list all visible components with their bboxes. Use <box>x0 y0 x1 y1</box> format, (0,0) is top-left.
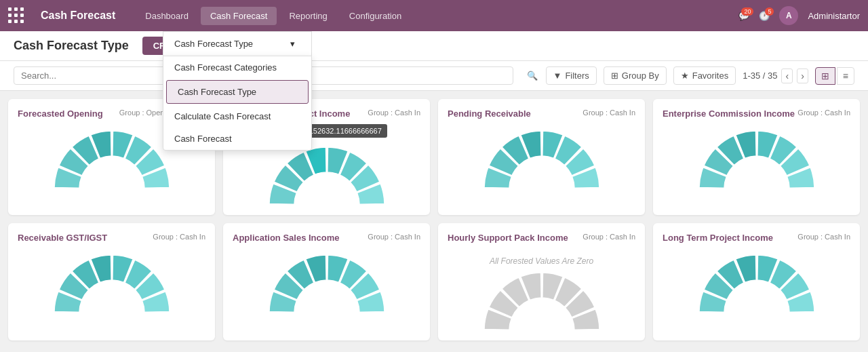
groupby-button[interactable]: ⊞ Group By <box>604 66 667 85</box>
dropdown-wrapper: Cash Forecast Type ▾ Cash Forecast Categ… <box>163 31 312 151</box>
gauge-svg <box>44 124 180 192</box>
gauge-svg <box>689 248 825 316</box>
top-navigation: Cash Forecast Dashboard Cash Forecast Re… <box>0 0 868 31</box>
topnav-right: 💬 20 🕐 5 A Administartor <box>738 6 860 25</box>
dropdown-chevron-icon: ▾ <box>290 39 295 49</box>
card-item[interactable]: Pending Receivable Group : Cash In <box>438 99 645 215</box>
activity-badge: 5 <box>765 7 774 16</box>
gauge-chart <box>18 248 205 316</box>
card-title: Enterprise Commission Income <box>663 109 795 119</box>
view-list-button[interactable]: ≡ <box>837 67 854 85</box>
messages-icon[interactable]: 💬 20 <box>738 11 749 21</box>
card-title: Hourly Support Pack Income <box>448 233 568 243</box>
gauge-chart <box>233 248 420 316</box>
card-title: Long Term Project Income <box>663 233 773 243</box>
nav-menu: Dashboard Cash Forecast Reporting Config… <box>136 7 411 25</box>
card-group: Group : Cash In <box>368 233 420 241</box>
gauge-chart <box>663 248 850 316</box>
toolbar: 🔍 ▼ Filters ⊞ Group By ★ Favorites 1-35 … <box>0 61 868 91</box>
gauge-svg <box>44 248 180 316</box>
search-icon[interactable]: 🔍 <box>527 71 538 81</box>
card-header: Long Term Project Income Group : Cash In <box>663 233 850 243</box>
card-item[interactable]: Receivable GST/IGST Group : Cash In <box>8 223 215 340</box>
card-header: Enterprise Commission Income Group : Cas… <box>663 109 850 119</box>
card-item[interactable]: Hourly Support Pack Income Group : Cash … <box>438 223 645 340</box>
gauge-svg <box>259 248 395 316</box>
activity-icon[interactable]: 🕐 5 <box>759 11 770 21</box>
gauge-chart <box>448 266 635 334</box>
cards-grid: Forecasted Opening Group : Opening Forec… <box>0 91 868 349</box>
gauge-svg <box>474 124 610 192</box>
card-group: Group : Cash In <box>797 109 850 117</box>
nav-configuration[interactable]: Configuration <box>340 7 411 25</box>
admin-name[interactable]: Administartor <box>808 11 860 21</box>
gauge-chart <box>663 124 850 192</box>
groupby-icon: ⊞ <box>611 71 618 81</box>
card-header: Pending Receivable Group : Cash In <box>448 109 635 119</box>
gauge-wrapper <box>448 124 635 192</box>
card-header: Hourly Support Pack Income Group : Cash … <box>448 233 635 243</box>
card-group: Group : Cash In <box>583 233 635 241</box>
groupby-label: Group By <box>622 71 659 81</box>
card-group: Group : Cash In <box>368 109 420 117</box>
card-title: Forecasted Opening <box>18 109 103 119</box>
dropdown-item-categories[interactable]: Cash Forecast Categories <box>163 56 311 79</box>
card-header: Application Sales Income Group : Cash In <box>233 233 420 243</box>
gauge-wrapper <box>233 248 420 316</box>
dropdown-item-calculate[interactable]: Calculate Cash Forecast <box>163 105 311 128</box>
toolbar-right: ▼ Filters ⊞ Group By ★ Favorites 1-35 / … <box>546 66 855 85</box>
card-title: Application Sales Income <box>233 233 340 243</box>
messages-badge: 20 <box>741 7 753 16</box>
page-title: Cash Forecast Type <box>14 39 129 53</box>
star-icon: ★ <box>681 71 689 81</box>
card-item[interactable]: Enterprise Commission Income Group : Cas… <box>653 99 860 215</box>
pagination-next[interactable]: › <box>797 69 808 83</box>
pagination-text: 1-35 / 35 <box>743 71 777 81</box>
cash-forecast-type-dropdown[interactable]: Cash Forecast Type ▾ <box>163 31 312 56</box>
card-title: Pending Receivable <box>448 109 531 119</box>
view-toggle: ⊞ ≡ <box>815 67 854 85</box>
dropdown-trigger-label: Cash Forecast Type <box>174 39 253 49</box>
dropdown-item-type[interactable]: Cash Forecast Type <box>166 80 309 104</box>
pagination: 1-35 / 35 ‹ › <box>743 69 808 83</box>
filter-icon: ▼ <box>553 71 562 81</box>
gauge-chart <box>233 140 420 208</box>
nav-dashboard[interactable]: Dashboard <box>136 7 198 25</box>
gauge-wrapper <box>663 124 850 192</box>
gauge-svg <box>474 266 610 334</box>
nav-reporting[interactable]: Reporting <box>279 7 336 25</box>
nav-cash-forecast[interactable]: Cash Forecast <box>201 7 277 25</box>
subheader: Cash Forecast Type CREATE Cash Forecast … <box>0 31 868 61</box>
dropdown-item-cash-forecast[interactable]: Cash Forecast <box>163 128 311 150</box>
zero-message: All Forested Values Are Zero <box>448 256 635 266</box>
gauge-wrapper <box>663 248 850 316</box>
card-group: Group : Cash In <box>153 233 205 241</box>
gauge-svg <box>259 140 395 208</box>
card-item[interactable]: Long Term Project Income Group : Cash In <box>653 223 860 340</box>
filters-label: Filters <box>565 71 589 81</box>
favorites-label: Favorites <box>692 71 728 81</box>
gauge-chart <box>448 124 635 192</box>
gauge-wrapper <box>18 248 205 316</box>
card-header: Receivable GST/IGST Group : Cash In <box>18 233 205 243</box>
pagination-prev[interactable]: ‹ <box>781 69 793 83</box>
app-title: Cash Forecast <box>41 9 115 22</box>
favorites-button[interactable]: ★ Favorites <box>673 66 736 85</box>
card-group: Group : Cash In <box>583 109 635 117</box>
view-grid-button[interactable]: ⊞ <box>815 67 835 85</box>
card-title: Receivable GST/IGST <box>18 233 107 243</box>
apps-menu-icon[interactable] <box>8 7 24 24</box>
card-item[interactable]: Application Sales Income Group : Cash In <box>223 223 430 340</box>
gauge-svg <box>689 124 825 192</box>
avatar: A <box>779 6 798 25</box>
filters-button[interactable]: ▼ Filters <box>546 66 597 85</box>
dropdown-menu: Cash Forecast Categories Cash Forecast T… <box>163 56 312 151</box>
card-group: Group : Cash In <box>797 233 850 241</box>
